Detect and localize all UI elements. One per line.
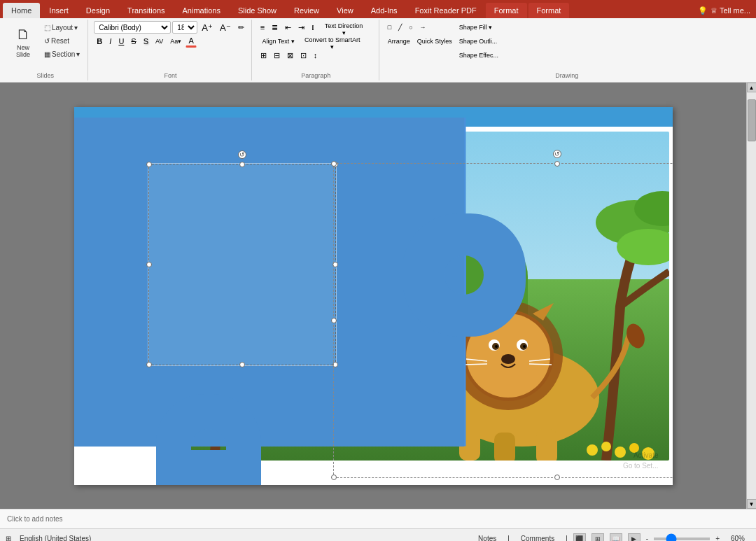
img-handle-bm[interactable] — [554, 475, 560, 480]
handle-ml[interactable] — [146, 262, 152, 267]
img-handle-bl[interactable] — [331, 475, 337, 480]
changecase-button[interactable]: Aa▾ — [167, 35, 184, 48]
clear-format-button[interactable]: ✏ — [235, 21, 247, 34]
shapes-row-1: □ ╱ ○ → — [385, 21, 455, 34]
image-rotate-handle[interactable] — [553, 150, 561, 158]
language-label: English (United States) — [20, 535, 91, 541]
reset-button[interactable]: ↺ Reset — [41, 34, 83, 47]
handle-bm[interactable] — [239, 362, 245, 367]
notes-placeholder: Click to add notes — [7, 515, 63, 523]
handle-bl[interactable] — [146, 362, 152, 367]
section-button[interactable]: ▦ Section ▾ — [41, 48, 83, 60]
separator-1: | — [507, 535, 510, 541]
rectangle-shape[interactable]: □ — [385, 21, 394, 34]
numbering-button[interactable]: ≣ — [269, 21, 281, 34]
tab-design[interactable]: Design — [78, 3, 118, 18]
bottom-notch — [191, 429, 226, 450]
tab-addins[interactable]: Add-Ins — [363, 3, 406, 18]
new-slide-icon: 🗋 — [16, 27, 30, 43]
shape-outline-button[interactable]: Shape Outli... — [456, 35, 519, 48]
underline-button[interactable]: U — [115, 35, 127, 48]
tab-insert[interactable]: Insert — [41, 3, 77, 18]
tab-view[interactable]: View — [328, 3, 362, 18]
section-dropdown-icon: ▾ — [76, 50, 80, 58]
shape-tools[interactable]: ╱ — [396, 21, 405, 34]
ribbon-group-paragraph: ≡ ≣ ⇤ ⇥ ⫿ Text Direction ▾ Align Text ▾ … — [253, 20, 379, 80]
italic-button[interactable]: I — [106, 35, 114, 48]
img-handle-tl[interactable] — [331, 161, 337, 167]
justify-button[interactable]: ⊡ — [298, 49, 309, 62]
tab-animations[interactable]: Animations — [174, 3, 229, 18]
slidesorter-button[interactable]: ⊞ — [592, 533, 604, 542]
convert-smartart-button[interactable]: Convert to SmartArt ▾ — [301, 35, 364, 48]
img-handle-ml[interactable] — [331, 318, 337, 323]
quick-styles-button[interactable]: Quick Styles — [414, 35, 455, 48]
image-selection[interactable] — [333, 163, 673, 478]
scroll-down-button[interactable]: ▼ — [747, 499, 757, 509]
handle-tm[interactable] — [239, 162, 245, 167]
ribbon-group-font: Calibri (Body) 18 A⁺ A⁻ ✏ B I U S S AV A… — [90, 20, 251, 80]
font-increase-button[interactable]: A⁺ — [199, 21, 216, 34]
img-handle-tm[interactable] — [554, 161, 560, 167]
font-decrease-button[interactable]: A⁻ — [217, 21, 234, 34]
ribbon-bar: 🗋 New Slide ⬚ Layout ▾ ↺ Reset ▦ Section… — [0, 18, 756, 83]
align-center-button[interactable]: ⊟ — [271, 49, 283, 62]
decrease-indent-button[interactable]: ⇤ — [282, 21, 294, 34]
slide-canvas: Activate Go to Set... — [74, 107, 673, 485]
tab-help[interactable]: 💡 ♕ Tell me... — [698, 6, 750, 18]
font-row-1: Calibri (Body) 18 A⁺ A⁻ ✏ — [94, 21, 246, 34]
line-spacing-button[interactable]: ↕ — [311, 49, 321, 62]
tab-format-1[interactable]: Format — [486, 3, 527, 18]
layout-button[interactable]: ⬚ Layout ▾ — [41, 21, 83, 34]
shape-effects-button[interactable]: Shape Effec... — [456, 49, 519, 62]
font-controls: Calibri (Body) 18 A⁺ A⁻ ✏ B I U S S AV A… — [94, 21, 246, 57]
tab-review[interactable]: Review — [286, 3, 328, 18]
new-slide-button[interactable]: 🗋 New Slide — [7, 21, 39, 63]
arrange-button[interactable]: Arrange — [385, 35, 413, 48]
align-right-button[interactable]: ⊠ — [284, 49, 296, 62]
scrollbar-vertical[interactable]: ▲ ▼ — [746, 83, 756, 509]
increase-indent-button[interactable]: ⇥ — [295, 21, 307, 34]
normal-view-button[interactable]: ⬛ — [573, 533, 586, 542]
fontcolor-button[interactable]: A — [186, 35, 196, 48]
text-direction-button[interactable]: Text Direction ▾ — [319, 21, 368, 34]
layout-dropdown-icon: ▾ — [74, 24, 78, 31]
zoom-slider[interactable] — [654, 538, 710, 540]
align-text-button[interactable]: Align Text ▾ — [258, 35, 300, 48]
font-row-2: B I U S S AV Aa▾ A — [94, 35, 246, 48]
tab-format-2[interactable]: Format — [528, 3, 570, 18]
tab-slideshow[interactable]: Slide Show — [230, 3, 285, 18]
oval-shape[interactable]: ○ — [406, 21, 415, 34]
bullets-button[interactable]: ≡ — [258, 21, 267, 34]
scroll-up-button[interactable]: ▲ — [747, 83, 757, 92]
notes-bar[interactable]: Click to add notes — [0, 509, 756, 528]
font-size-select[interactable]: 18 — [172, 21, 197, 34]
selected-shape[interactable] — [148, 163, 337, 366]
scroll-thumb[interactable] — [748, 99, 756, 141]
tab-home[interactable]: Home — [3, 3, 40, 18]
shadow-button[interactable]: S — [141, 35, 151, 48]
tab-transitions[interactable]: Transitions — [119, 3, 173, 18]
reset-icon: ↺ — [44, 37, 50, 45]
rotate-handle[interactable] — [238, 150, 246, 159]
notes-button[interactable]: Notes — [472, 533, 502, 541]
bold-button[interactable]: B — [94, 35, 105, 48]
columns-button[interactable]: ⫿ — [309, 21, 318, 34]
reading-view-button[interactable]: 📖 — [610, 533, 622, 542]
tab-foxit[interactable]: Foxit Reader PDF — [407, 3, 485, 18]
strikethrough-button[interactable]: S — [128, 35, 139, 48]
scroll-track[interactable] — [747, 92, 756, 499]
align-left-button[interactable]: ⊞ — [258, 49, 270, 62]
zoom-minus-icon: - — [646, 535, 648, 541]
zoom-level-button[interactable]: 60% — [725, 533, 750, 541]
slide-area[interactable]: Activate Go to Set... — [0, 83, 746, 509]
handle-tl[interactable] — [146, 162, 152, 167]
slide-indicator-icon: ⊞ — [6, 535, 11, 541]
slideshow-button[interactable]: ▶ — [628, 533, 640, 542]
shape-fill-button[interactable]: Shape Fill ▾ — [456, 21, 519, 34]
drawing-group-content: □ ╱ ○ → Arrange Quick Styles Shape Fill … — [385, 21, 519, 79]
charspacing-button[interactable]: AV — [153, 35, 166, 48]
comments-button[interactable]: Comments — [515, 533, 560, 541]
arrow-shape[interactable]: → — [417, 21, 429, 34]
font-face-select[interactable]: Calibri (Body) — [94, 21, 171, 34]
